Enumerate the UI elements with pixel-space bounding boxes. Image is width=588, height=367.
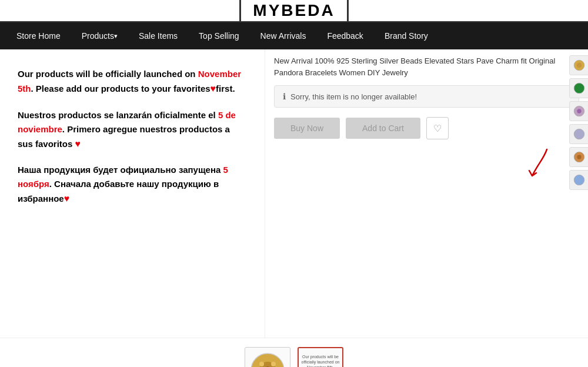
svg-point-1 (577, 63, 582, 68)
nav-sale-items[interactable]: Sale Items (128, 22, 188, 49)
russian-announcement: Наша продукция будет официально запущена… (18, 163, 247, 206)
thumb-1[interactable] (569, 55, 588, 75)
bottom-thumb-2[interactable]: Our products will be officially launched… (298, 347, 343, 367)
action-row: Buy Now Add to Cart ♡ (274, 117, 579, 139)
russian-prefix: Наша продукция будет официально запущена (18, 165, 223, 175)
left-panel: Our products will be officially launched… (0, 49, 265, 338)
svg-point-2 (574, 83, 584, 94)
wishlist-button[interactable]: ♡ (426, 117, 449, 139)
svg-point-4 (577, 109, 581, 113)
heart-icon-es: ♥ (75, 139, 81, 149)
bottom-thumb-1[interactable] (245, 347, 290, 367)
nav-new-arrivals[interactable]: New Arrivals (250, 22, 317, 49)
thumb-6[interactable] (569, 170, 588, 190)
buy-now-button[interactable]: Buy Now (274, 118, 340, 139)
right-panel: New Arrival 100% 925 Sterling Silver Bea… (265, 49, 588, 338)
navbar: Store Home Products Sale Items Top Selli… (0, 22, 588, 49)
info-icon: ℹ (283, 92, 286, 101)
english-suffix: . Please add our products to your favori… (31, 84, 211, 94)
nav-top-selling[interactable]: Top Selling (188, 22, 250, 49)
english-announcement: Our products will be officially launched… (18, 67, 247, 96)
arrow-annotation (512, 144, 559, 191)
nav-products[interactable]: Products (71, 22, 128, 49)
product-title: New Arrival 100% 925 Sterling Silver Bea… (274, 55, 579, 78)
heart-icon-en: ♥ (211, 84, 216, 94)
english-prefix: Our products will be officially launched… (18, 69, 198, 79)
svg-point-13 (271, 362, 276, 366)
notice-box: ℹ Sorry, this item is no longer availabl… (274, 85, 579, 108)
thumb-5[interactable] (569, 147, 588, 167)
nav-feedback[interactable]: Feedback (316, 22, 373, 49)
thumb-2[interactable] (569, 78, 588, 98)
bottom-thumbnails: Our products will be officially launched… (0, 338, 588, 367)
add-to-cart-button[interactable]: Add to Cart (346, 118, 420, 139)
svg-point-8 (574, 175, 584, 185)
notice-text: Sorry, this item is no longer available! (290, 92, 417, 101)
svg-point-5 (574, 129, 584, 139)
svg-point-7 (577, 155, 581, 159)
english-end: first. (216, 84, 235, 94)
main-content: Our products will be officially launched… (0, 49, 588, 338)
svg-point-12 (259, 362, 264, 366)
nav-store-home[interactable]: Store Home (6, 22, 71, 49)
logo-bar: MYBEDA (0, 0, 588, 22)
product-thumbnail-sidebar (567, 49, 588, 196)
heart-outline-icon: ♡ (433, 123, 442, 134)
heart-icon-ru: ♥ (64, 193, 70, 203)
spanish-prefix: Nuestros productos se lanzarán oficialme… (18, 110, 218, 120)
nav-brand-story[interactable]: Brand Story (374, 22, 439, 49)
thumb-4[interactable] (569, 124, 588, 144)
thumb-3[interactable] (569, 101, 588, 121)
spanish-announcement: Nuestros productos se lanzarán oficialme… (18, 108, 247, 152)
store-logo: MYBEDA (239, 0, 348, 21)
